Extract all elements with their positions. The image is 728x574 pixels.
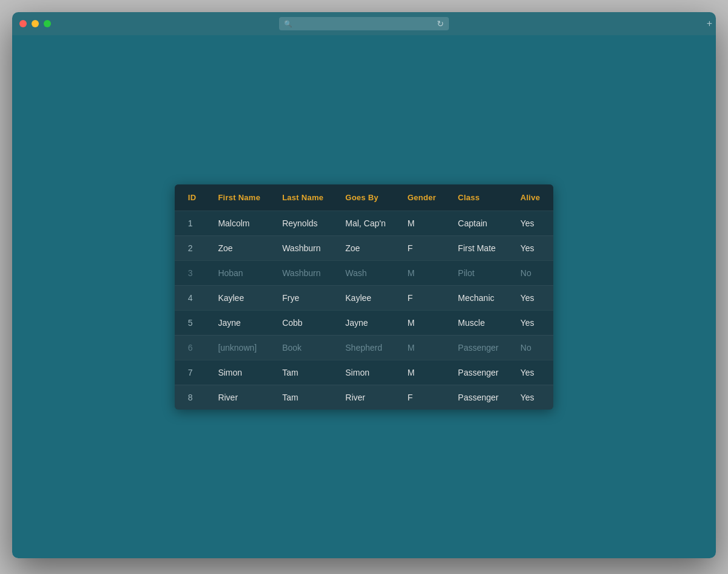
cell-last_name: Reynolds: [271, 211, 334, 235]
cell-id: 1: [175, 211, 207, 235]
cell-class: Passenger: [447, 385, 510, 410]
cell-goes_by: Wash: [334, 260, 396, 285]
cell-id: 2: [175, 235, 207, 260]
table-row: 4KayleeFryeKayleeFMechanicYes: [175, 285, 553, 310]
cell-alive: Yes: [510, 310, 553, 335]
table-container: ID First Name Last Name Goes By Gender C…: [175, 184, 553, 410]
table-row: 3HobanWashburnWashMPilotNo: [175, 260, 553, 285]
refresh-button[interactable]: ↻: [437, 19, 444, 29]
cell-alive: No: [510, 335, 553, 360]
cell-class: Captain: [447, 211, 510, 235]
cell-last_name: Book: [271, 335, 334, 360]
cell-first_name: [unknown]: [207, 335, 271, 360]
cell-class: Mechanic: [447, 285, 510, 310]
add-tab-button[interactable]: +: [707, 18, 712, 29]
cell-alive: Yes: [510, 211, 553, 235]
table-row: 2ZoeWashburnZoeFFirst MateYes: [175, 235, 553, 260]
cell-first_name: Simon: [207, 360, 271, 385]
cell-first_name: River: [207, 385, 271, 410]
browser-window: 🔍 ↻ + ID First Name Last Name Goes By Ge…: [12, 12, 716, 558]
cell-last_name: Tam: [271, 385, 334, 410]
col-header-class: Class: [447, 184, 510, 211]
close-button[interactable]: [19, 20, 27, 27]
cell-goes_by: Zoe: [334, 235, 396, 260]
cell-last_name: Frye: [271, 285, 334, 310]
cell-gender: M: [397, 260, 447, 285]
content-area: ID First Name Last Name Goes By Gender C…: [12, 35, 716, 558]
cell-class: Muscle: [447, 310, 510, 335]
cell-gender: M: [397, 310, 447, 335]
col-header-alive: Alive: [510, 184, 553, 211]
cell-goes_by: Jayne: [334, 310, 396, 335]
cell-gender: F: [397, 235, 447, 260]
table-body: 1MalcolmReynoldsMal, Cap'nMCaptainYes2Zo…: [175, 211, 553, 410]
cell-alive: Yes: [510, 385, 553, 410]
cell-alive: Yes: [510, 235, 553, 260]
cell-last_name: Tam: [271, 360, 334, 385]
crew-table: ID First Name Last Name Goes By Gender C…: [175, 184, 553, 410]
col-header-last-name: Last Name: [271, 184, 334, 211]
cell-gender: F: [397, 285, 447, 310]
address-bar[interactable]: 🔍 ↻: [279, 17, 449, 30]
col-header-first-name: First Name: [207, 184, 271, 211]
col-header-gender: Gender: [397, 184, 447, 211]
cell-class: First Mate: [447, 235, 510, 260]
cell-gender: M: [397, 211, 447, 235]
cell-goes_by: Simon: [334, 360, 396, 385]
col-header-id: ID: [175, 184, 207, 211]
cell-id: 3: [175, 260, 207, 285]
table-row: 1MalcolmReynoldsMal, Cap'nMCaptainYes: [175, 211, 553, 235]
cell-last_name: Washburn: [271, 235, 334, 260]
traffic-lights: [19, 20, 51, 27]
cell-first_name: Hoban: [207, 260, 271, 285]
cell-class: Passenger: [447, 360, 510, 385]
table-row: 6[unknown]BookShepherdMPassengerNo: [175, 335, 553, 360]
cell-id: 8: [175, 385, 207, 410]
cell-gender: F: [397, 385, 447, 410]
titlebar: 🔍 ↻ +: [12, 12, 716, 35]
cell-goes_by: River: [334, 385, 396, 410]
cell-id: 4: [175, 285, 207, 310]
table-row: 5JayneCobbJayneMMuscleYes: [175, 310, 553, 335]
cell-class: Passenger: [447, 335, 510, 360]
table-row: 7SimonTamSimonMPassengerYes: [175, 360, 553, 385]
cell-id: 7: [175, 360, 207, 385]
search-icon: 🔍: [284, 20, 292, 28]
cell-alive: No: [510, 260, 553, 285]
cell-goes_by: Kaylee: [334, 285, 396, 310]
cell-id: 5: [175, 310, 207, 335]
cell-last_name: Cobb: [271, 310, 334, 335]
cell-gender: M: [397, 360, 447, 385]
minimize-button[interactable]: [32, 20, 39, 27]
cell-goes_by: Mal, Cap'n: [334, 211, 396, 235]
table-header-row: ID First Name Last Name Goes By Gender C…: [175, 184, 553, 211]
cell-first_name: Kaylee: [207, 285, 271, 310]
table-row: 8RiverTamRiverFPassengerYes: [175, 385, 553, 410]
cell-alive: Yes: [510, 285, 553, 310]
cell-goes_by: Shepherd: [334, 335, 396, 360]
maximize-button[interactable]: [44, 20, 51, 27]
cell-id: 6: [175, 335, 207, 360]
cell-last_name: Washburn: [271, 260, 334, 285]
cell-first_name: Jayne: [207, 310, 271, 335]
cell-gender: M: [397, 335, 447, 360]
cell-first_name: Zoe: [207, 235, 271, 260]
cell-alive: Yes: [510, 360, 553, 385]
cell-class: Pilot: [447, 260, 510, 285]
cell-first_name: Malcolm: [207, 211, 271, 235]
col-header-goes-by: Goes By: [334, 184, 396, 211]
